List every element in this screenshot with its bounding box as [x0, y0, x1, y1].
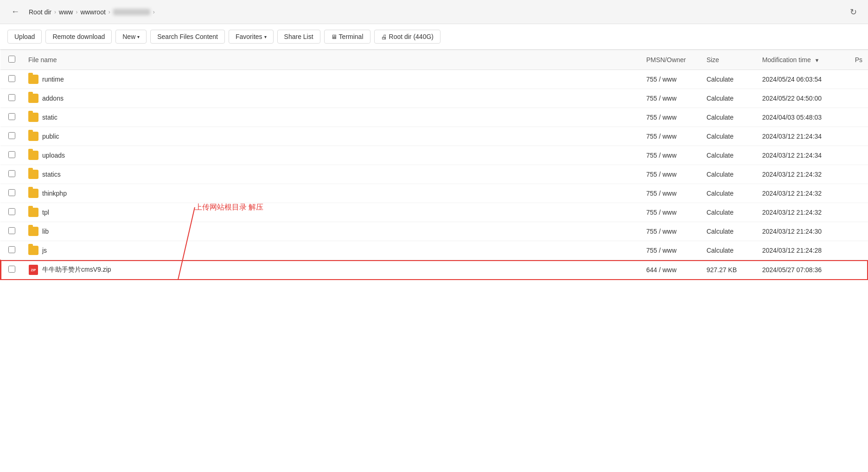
row-checkbox[interactable] [8, 208, 15, 215]
breadcrumb-bar: ← Root dir › www › wwwroot › › ↻ [0, 0, 868, 24]
row-filename[interactable]: public [23, 127, 641, 146]
folder-icon [28, 246, 38, 255]
breadcrumb-sep-4: › [153, 9, 155, 15]
terminal-icon: 🖥 [331, 33, 337, 40]
col-ps-header: Ps [849, 50, 868, 70]
refresh-button[interactable]: ↻ [846, 5, 861, 19]
folder-icon [28, 227, 38, 236]
row-filename[interactable]: addons [23, 89, 641, 108]
row-filename-text: uploads [42, 152, 65, 159]
row-filename-text: runtime [42, 76, 64, 83]
folder-icon [28, 208, 38, 217]
row-filename[interactable]: thinkphp [23, 184, 641, 203]
row-checkbox-cell [0, 70, 23, 89]
row-size[interactable]: Calculate [701, 241, 757, 260]
row-pmsn: 755 / www [641, 70, 701, 89]
row-filename[interactable]: static [23, 108, 641, 127]
row-checkbox[interactable] [8, 94, 15, 101]
row-pmsn: 755 / www [641, 108, 701, 127]
row-checkbox[interactable] [8, 170, 15, 177]
row-size[interactable]: Calculate [701, 222, 757, 241]
rootdir-button[interactable]: 🖨 Root dir (440G) [374, 30, 440, 44]
row-size[interactable]: Calculate [701, 165, 757, 184]
toolbar: Upload Remote download New ▾ Search File… [0, 24, 868, 50]
row-checkbox[interactable] [8, 132, 15, 139]
row-ps [849, 241, 868, 260]
row-checkbox[interactable] [8, 266, 15, 273]
table-row: ZIP牛牛助手赞片cmsV9.zip644 / www927.27 KB2024… [0, 260, 868, 280]
terminal-button[interactable]: 🖥 Terminal [324, 30, 370, 44]
col-size-header: Size [701, 50, 757, 70]
row-filename[interactable]: lib [23, 222, 641, 241]
row-mtime: 2024/05/22 04:50:00 [757, 89, 849, 108]
row-size[interactable]: Calculate [701, 203, 757, 222]
row-mtime: 2024/03/12 21:24:32 [757, 203, 849, 222]
favorites-button[interactable]: Favorites ▾ [229, 30, 274, 44]
new-button[interactable]: New ▾ [115, 30, 147, 44]
folder-icon [28, 113, 38, 122]
row-filename[interactable]: runtime [23, 70, 641, 89]
row-checkbox[interactable] [8, 151, 15, 158]
row-mtime: 2024/03/12 21:24:32 [757, 184, 849, 203]
row-filename[interactable]: uploads [23, 146, 641, 165]
remote-download-button[interactable]: Remote download [45, 30, 112, 44]
row-filename-text: 牛牛助手赞片cmsV9.zip [42, 266, 111, 274]
row-checkbox-cell [0, 165, 23, 184]
row-filename[interactable]: js [23, 241, 641, 260]
row-mtime: 2024/03/12 21:24:34 [757, 146, 849, 165]
row-pmsn: 644 / www [641, 260, 701, 280]
row-size[interactable]: Calculate [701, 184, 757, 203]
row-size[interactable]: Calculate [701, 127, 757, 146]
table-row: static755 / wwwCalculate2024/04/03 05:48… [0, 108, 868, 127]
row-checkbox-cell [0, 203, 23, 222]
breadcrumb-www[interactable]: www [59, 8, 73, 16]
row-mtime: 2024/05/27 07:08:36 [757, 260, 849, 280]
rootdir-icon: 🖨 [381, 33, 387, 40]
row-checkbox[interactable] [8, 227, 15, 234]
row-checkbox-cell [0, 260, 23, 280]
row-filename-text: static [42, 114, 57, 121]
select-all-checkbox[interactable] [8, 56, 15, 63]
row-checkbox[interactable] [8, 189, 15, 196]
row-checkbox[interactable] [8, 246, 15, 253]
row-pmsn: 755 / www [641, 165, 701, 184]
folder-icon [28, 132, 38, 141]
zip-icon: ZIP [28, 265, 38, 275]
row-filename[interactable]: tpl [23, 203, 641, 222]
row-size[interactable]: Calculate [701, 89, 757, 108]
row-filename-text: js [42, 247, 47, 254]
row-filename[interactable]: ZIP牛牛助手赞片cmsV9.zip [23, 260, 641, 280]
row-filename-text: thinkphp [42, 190, 67, 197]
row-checkbox[interactable] [8, 75, 15, 82]
row-checkbox-cell [0, 108, 23, 127]
row-pmsn: 755 / www [641, 241, 701, 260]
row-filename-text: statics [42, 171, 61, 178]
row-mtime: 2024/03/12 21:24:30 [757, 222, 849, 241]
file-table-body: runtime755 / wwwCalculate2024/05/24 06:0… [0, 70, 868, 280]
row-ps [849, 146, 868, 165]
col-mtime-header[interactable]: Modification time ▼ [757, 50, 849, 70]
row-filename[interactable]: statics [23, 165, 641, 184]
share-list-button[interactable]: Share List [277, 30, 320, 44]
row-size[interactable]: Calculate [701, 146, 757, 165]
breadcrumb-root[interactable]: Root dir [29, 8, 51, 16]
row-mtime: 2024/05/24 06:03:54 [757, 70, 849, 89]
row-mtime: 2024/03/12 21:24:32 [757, 165, 849, 184]
file-table-wrapper: 上传网站根目录 解压 File name PMSN/Owner Size Mod… [0, 50, 868, 280]
upload-button[interactable]: Upload [7, 30, 42, 44]
row-ps [849, 222, 868, 241]
select-all-header[interactable] [0, 50, 23, 70]
row-checkbox[interactable] [8, 113, 15, 120]
row-size[interactable]: Calculate [701, 108, 757, 127]
favorites-dropdown-arrow: ▾ [264, 34, 267, 39]
row-filename-text: addons [42, 95, 64, 102]
search-files-button[interactable]: Search Files Content [150, 30, 225, 44]
row-checkbox-cell [0, 127, 23, 146]
breadcrumb-wwwroot[interactable]: wwwroot [80, 8, 105, 16]
table-row: public755 / wwwCalculate2024/03/12 21:24… [0, 127, 868, 146]
table-row: lib755 / wwwCalculate2024/03/12 21:24:30 [0, 222, 868, 241]
row-size[interactable]: Calculate [701, 70, 757, 89]
back-button[interactable]: ← [7, 5, 23, 19]
row-pmsn: 755 / www [641, 146, 701, 165]
row-pmsn: 755 / www [641, 203, 701, 222]
